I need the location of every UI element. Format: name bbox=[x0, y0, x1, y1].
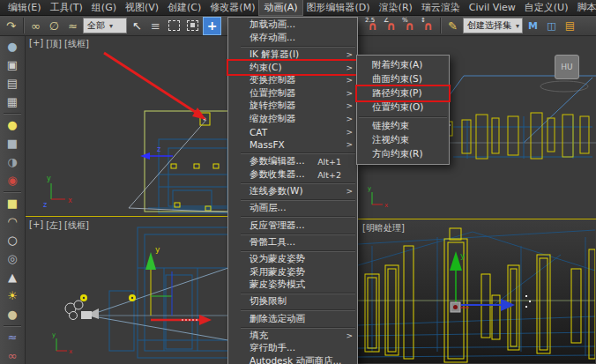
menubar-item-scripting[interactable]: 脚本(S) bbox=[572, 0, 596, 15]
menu-item-rotation-controllers[interactable]: 旋转控制器 > bbox=[228, 100, 357, 113]
menu-item-save-animation[interactable]: 保存动画... bbox=[228, 32, 357, 45]
menu-item-assume-skin-pose[interactable]: 采用蒙皮姿势 bbox=[228, 265, 357, 279]
menu-item-scale-controllers[interactable]: 缩放控制器 > bbox=[228, 113, 357, 126]
submenu-item-orientation-constraint[interactable]: 方向约束(R) bbox=[357, 147, 449, 161]
menubar-item-rendering[interactable]: 渲染(R) bbox=[375, 0, 417, 15]
dome-icon[interactable]: ◠ bbox=[3, 212, 22, 230]
redo-button[interactable]: ↷ bbox=[3, 18, 19, 34]
cone-icon[interactable]: ▲ bbox=[3, 268, 22, 286]
submenu-item-attachment-constraint[interactable]: 附着约束(A) bbox=[357, 58, 449, 72]
video-camera-icon[interactable]: ◉ bbox=[3, 171, 22, 189]
menu-item-toggle-limits[interactable]: 切换限制 bbox=[228, 295, 357, 308]
submenu-item-surface-constraint[interactable]: 曲面约束(S) bbox=[357, 72, 449, 86]
submenu-item-position-constraint[interactable]: 位置约束(O) bbox=[357, 100, 449, 115]
angle-snap-button[interactable]: ∠∩ bbox=[383, 18, 399, 34]
submenu-item-link-constraint[interactable]: 链接约束 bbox=[357, 119, 449, 133]
bones-icon[interactable]: ∞ bbox=[3, 346, 22, 364]
menu-item-delete-selected-animation[interactable]: 删除选定动画 bbox=[228, 312, 357, 325]
selection-region-button[interactable] bbox=[166, 18, 183, 34]
menu-item-constraints[interactable]: 约束(C) > bbox=[228, 61, 357, 74]
viewport-pov-label[interactable]: [左] bbox=[46, 219, 62, 232]
render-setup-icon[interactable]: ▤ bbox=[3, 74, 22, 92]
viewport-shading-label[interactable]: [线框] bbox=[64, 219, 89, 232]
light-icon[interactable]: ● bbox=[3, 115, 22, 133]
menu-item-reaction-manager[interactable]: 反应管理器... bbox=[228, 219, 357, 232]
render-frame-window-icon[interactable]: ▣ bbox=[3, 56, 22, 73]
sphere-tan-icon[interactable]: ● bbox=[3, 305, 22, 323]
toolbar-separator[interactable] bbox=[4, 111, 21, 115]
menu-item-cat[interactable]: CAT > bbox=[228, 125, 357, 138]
toolbar-separator[interactable] bbox=[4, 323, 21, 327]
select-and-move-button[interactable]: + bbox=[203, 17, 221, 35]
select-and-link-button[interactable]: ∞ bbox=[27, 18, 44, 34]
world-axis-tripod: y x bbox=[368, 185, 388, 209]
mirror-button[interactable]: M bbox=[525, 18, 541, 34]
select-object-button[interactable]: ↖ bbox=[129, 18, 145, 34]
viewcube[interactable]: HU bbox=[555, 55, 579, 79]
menu-item-set-as-skin-pose[interactable]: 设为蒙皮姿势 bbox=[228, 253, 357, 266]
teapot-icon[interactable]: ● bbox=[3, 37, 22, 55]
menubar-item-tools[interactable]: 工具(T) bbox=[46, 0, 87, 15]
space-warp-icon[interactable]: ≈ bbox=[3, 328, 22, 345]
menu-item-wire-parameters[interactable]: 连线参数(W) > bbox=[228, 185, 357, 198]
menu-item-walkthrough-assistant[interactable]: 穿行助手... bbox=[228, 342, 357, 355]
viewport-general-menu[interactable]: [+] bbox=[29, 219, 43, 232]
plane-icon[interactable]: ■ bbox=[3, 194, 22, 212]
menu-item-parameter-collector[interactable]: 参数收集器... Alt+2 bbox=[228, 168, 357, 182]
menubar-item-modifiers[interactable]: 修改器(M) bbox=[205, 0, 259, 15]
menubar-item-group[interactable]: 组(G) bbox=[87, 0, 121, 15]
window-crossing-icon bbox=[187, 20, 198, 31]
menubar-item-views[interactable]: 视图(V) bbox=[121, 0, 163, 15]
menu-item-load-animation[interactable]: 加载动画... bbox=[228, 19, 357, 32]
select-by-name-button[interactable]: ≡ bbox=[147, 18, 164, 34]
layer-manager-button[interactable]: ▤ bbox=[562, 18, 578, 34]
menubar-item-animation[interactable]: 动画(A) bbox=[259, 0, 302, 15]
align-button[interactable]: ◫ bbox=[543, 18, 560, 34]
ring-icon[interactable]: ○ bbox=[3, 231, 22, 249]
camera-icon[interactable]: ■ bbox=[3, 134, 22, 152]
menu-item-skin-pose-mode[interactable]: 蒙皮姿势模式 bbox=[228, 279, 357, 292]
menubar-item-create[interactable]: 创建(C) bbox=[163, 0, 205, 15]
teapot-wireframe-icon[interactable]: ◎ bbox=[3, 249, 22, 267]
spinner-snap-button[interactable]: ↕∩ bbox=[420, 18, 436, 34]
snaps-toggle-button[interactable]: 2.5∩ bbox=[364, 18, 381, 34]
animation-menu-panel: 加载动画... 保存动画... IK 解算器(I) > bbox=[227, 17, 358, 364]
menubar-item-edit[interactable]: 编辑(E) bbox=[4, 0, 46, 15]
menubar-item-graph-editors[interactable]: 图形编辑器(D) bbox=[302, 0, 375, 15]
menu-item-transform-controllers[interactable]: 变换控制器 > bbox=[228, 74, 357, 87]
constraints-submenu-panel: 附着约束(A) 曲面约束(S) 路径约束(P) 位置约束(O) 链接约束 bbox=[356, 55, 450, 165]
menu-item-ik-solvers[interactable]: IK 解算器(I) > bbox=[228, 48, 357, 62]
menubar: 编辑(E) 工具(T) 组(G) 视图(V) 创建(C) 修改器(M) 动画(A… bbox=[0, 0, 596, 16]
viewport-label: [+] [左] [线框] bbox=[29, 219, 89, 232]
sun-icon[interactable]: ☀ bbox=[3, 286, 22, 304]
bind-to-space-warp-button[interactable]: ≈ bbox=[64, 18, 81, 34]
svg-text:y: y bbox=[52, 331, 56, 338]
viewport-general-menu[interactable]: [+] bbox=[29, 38, 43, 50]
menu-item-populate[interactable]: 填充 > bbox=[228, 329, 357, 342]
menubar-item-civil-view[interactable]: Civil View bbox=[465, 1, 520, 14]
viewport-pov-label[interactable]: [顶] bbox=[46, 38, 62, 50]
edit-named-selection-sets-button[interactable]: ✎ bbox=[444, 18, 461, 34]
sphere-icon[interactable]: ◑ bbox=[3, 152, 22, 170]
percent-snap-button[interactable]: %∩ bbox=[401, 18, 418, 34]
menu-item-position-controllers[interactable]: 位置控制器 > bbox=[228, 87, 357, 100]
window-crossing-button[interactable] bbox=[184, 18, 201, 34]
selection-filter-dropdown[interactable]: 全部 ▾ bbox=[83, 18, 127, 33]
menu-item-bone-tools[interactable]: 骨骼工具... bbox=[228, 235, 357, 249]
world-axis-tripod: y x z bbox=[43, 175, 72, 209]
menubar-item-customize[interactable]: 自定义(U) bbox=[520, 0, 573, 15]
submenu-item-path-constraint[interactable]: 路径约束(P) bbox=[357, 86, 449, 100]
viewport-shading-label[interactable]: [明暗处理] bbox=[362, 222, 405, 234]
submenu-item-lookat-constraint[interactable]: 注视约束 bbox=[357, 133, 449, 147]
menubar-item-rayvision-render[interactable]: 瑞云渲染 bbox=[417, 0, 465, 15]
menu-item-massfx[interactable]: MassFX > bbox=[228, 138, 357, 152]
viewport-camera-shaded[interactable]: [明暗处理] bbox=[357, 219, 596, 364]
menu-item-autodesk-animation-store[interactable]: Autodesk 动画商店... bbox=[228, 355, 357, 364]
named-selection-set-dropdown[interactable]: 创建选择集 ▾ bbox=[463, 18, 523, 33]
menu-item-parameter-editor[interactable]: 参数编辑器... Alt+1 bbox=[228, 155, 357, 168]
viewport-shading-label[interactable]: [线框] bbox=[64, 38, 89, 50]
menu-item-animation-layers[interactable]: 动画层... bbox=[228, 202, 357, 215]
unlink-selection-button[interactable]: ∅ bbox=[46, 18, 63, 34]
toolbar-separator[interactable] bbox=[4, 189, 21, 193]
schematic-view-icon[interactable]: ▦ bbox=[3, 93, 22, 110]
